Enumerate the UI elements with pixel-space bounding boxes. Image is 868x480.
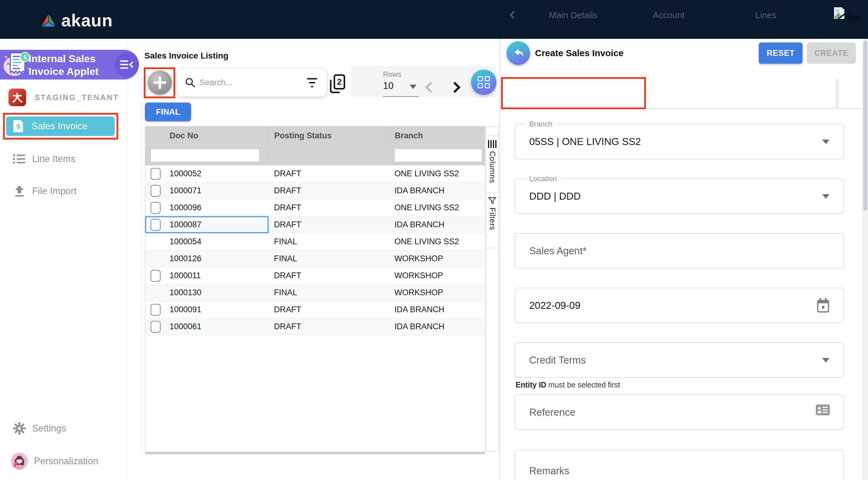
rows-per-page-select[interactable]: 10 [383, 81, 393, 91]
row-checkbox[interactable] [150, 185, 161, 197]
collapse-menu-icon [120, 60, 133, 69]
branch-filter-input[interactable] [394, 149, 482, 162]
search-input[interactable] [199, 78, 290, 87]
panel-scrollbar[interactable] [863, 39, 868, 480]
column-header-posting-status[interactable]: Posting Status [269, 126, 390, 145]
search-filter-icon[interactable] [307, 78, 317, 87]
tenant-selector[interactable]: STAGING_TENANT [0, 88, 127, 107]
sidebar-item-personalization[interactable]: Personalization [0, 451, 127, 471]
columns-side-tab[interactable]: Columns [486, 136, 498, 192]
invoice-date-value: 2022-09-09 [529, 288, 581, 323]
tenant-icon [8, 89, 26, 106]
grid-icon [478, 76, 490, 88]
cell-doc-no: 1000052 [145, 166, 269, 182]
applet-header: $ Internal Sales Invoice Applet [0, 50, 139, 80]
grid-view-button[interactable] [471, 69, 496, 95]
columns-icon [488, 140, 496, 148]
tenant-name: STAGING_TENANT [35, 93, 119, 102]
cell-doc-no: 1000071 [145, 182, 269, 199]
back-arrow-icon [512, 47, 524, 59]
table-row[interactable]: 1000091DRAFTIDA BRANCH [145, 301, 485, 318]
cell-doc-no: 1000126 [145, 250, 269, 267]
branch-select-field[interactable]: Branch 05SS | ONE LIVING SS2 [515, 124, 844, 159]
cell-branch: WORKSHOP [390, 284, 485, 301]
table-body: 1000052DRAFTONE LIVING SS21000071DRAFTID… [145, 166, 485, 335]
column-header-branch[interactable]: Branch [390, 126, 485, 145]
sidebar-collapse-button[interactable] [115, 53, 139, 77]
table-row[interactable]: 1000071DRAFTIDA BRANCH [145, 182, 485, 199]
panel-scrollbar-thumb[interactable] [863, 41, 867, 211]
remarks-field[interactable]: Remarks [515, 450, 844, 480]
app-root: akaun user $ [0, 0, 868, 480]
table-row[interactable]: 1000054FINALONE LIVING SS2 [145, 233, 485, 250]
row-checkbox[interactable] [150, 304, 161, 316]
table-row[interactable]: 1000052DRAFTONE LIVING SS2 [145, 166, 485, 182]
tab-account[interactable]: Account [634, 0, 704, 30]
rows-per-page-label: Rows [383, 70, 401, 79]
calendar-icon[interactable] [816, 297, 830, 315]
table-row[interactable]: 1000126FINALWORKSHOP [145, 250, 485, 267]
personalization-avatar [11, 453, 28, 470]
sidebar-item-line-items[interactable]: Line Items [0, 149, 127, 169]
back-button[interactable] [506, 41, 530, 65]
cell-posting-status: FINAL [269, 250, 390, 267]
cell-branch: IDA BRANCH [390, 182, 485, 199]
sidebar-item-file-import[interactable]: File Import [0, 181, 127, 201]
table-row[interactable]: 1000096DRAFTONE LIVING SS2 [145, 199, 485, 216]
row-checkbox[interactable] [150, 219, 161, 231]
row-checkbox[interactable] [150, 168, 161, 180]
rows-caret-icon[interactable] [410, 85, 416, 89]
filters-side-tab[interactable]: Filters [486, 192, 498, 248]
sidebar-item-label: Personalization [34, 456, 98, 467]
add-invoice-button[interactable] [148, 70, 172, 95]
listing-title: Sales Invoice Listing [144, 51, 228, 61]
cell-doc-no: 1000096 [145, 199, 269, 216]
table-row[interactable]: 1000011DRAFTWORKSHOP [145, 267, 485, 284]
chevron-down-icon[interactable] [822, 358, 830, 363]
previous-page-button[interactable] [425, 82, 436, 93]
invoice-date-field[interactable]: 2022-09-09 [515, 288, 844, 323]
cell-posting-status: DRAFT [269, 216, 390, 233]
sidebar-item-sales-invoice[interactable]: $ Sales Invoice [6, 117, 115, 136]
contact-card-icon[interactable] [815, 404, 830, 417]
create-button[interactable]: CREATE [807, 42, 856, 64]
credit-terms-field[interactable]: Credit Terms [515, 342, 844, 378]
location-select-field[interactable]: Location DDD | DDD [515, 178, 844, 214]
row-checkbox[interactable] [150, 202, 161, 214]
doc-no-text: 1000054 [145, 237, 202, 246]
search-box [177, 68, 326, 96]
chevron-down-icon[interactable] [822, 194, 830, 199]
column-header-doc-no[interactable]: Doc No [145, 126, 269, 145]
funnel-icon [488, 197, 496, 205]
brand-logo[interactable]: akaun [40, 10, 113, 30]
credit-terms-helper-text: Entity ID must be selected first [516, 381, 620, 389]
next-page-button[interactable] [450, 82, 461, 93]
doc-no-text: 1000130 [145, 288, 202, 297]
gear-icon [13, 422, 26, 435]
svg-text:$: $ [17, 123, 20, 130]
sales-agent-field[interactable]: Sales Agent* [515, 233, 844, 269]
table-row[interactable]: 1000130FINALWORKSHOP [145, 284, 485, 301]
branch-field-value: 05SS | ONE LIVING SS2 [529, 124, 641, 159]
tab-scroll-shadow [836, 79, 841, 108]
row-checkbox[interactable] [150, 270, 161, 282]
table-row[interactable]: 1000087DRAFTIDA BRANCH [145, 216, 485, 233]
table-row[interactable]: 1000061DRAFTIDA BRANCH [145, 318, 485, 335]
duplicate-view-button[interactable]: 2 [330, 74, 345, 93]
cell-posting-status: DRAFT [269, 318, 390, 335]
invoice-table: Doc No Posting Status Branch 1000052DRAF… [145, 126, 485, 452]
tab-lines[interactable]: Lines [734, 0, 798, 30]
sidebar-item-settings[interactable]: Settings [0, 419, 127, 438]
reference-field[interactable]: Reference [515, 394, 844, 430]
row-checkbox[interactable] [150, 321, 161, 333]
cell-posting-status: DRAFT [269, 166, 390, 182]
tab-main-details[interactable]: Main Details [528, 0, 619, 30]
table-horizontal-scrollbar[interactable] [145, 452, 485, 454]
cell-posting-status: DRAFT [269, 199, 390, 216]
reset-button[interactable]: RESET [759, 42, 803, 64]
chevron-down-icon[interactable] [822, 140, 830, 144]
doc-no-filter-input[interactable] [150, 149, 259, 162]
brand-name: akaun [61, 10, 113, 30]
final-filter-button[interactable]: FINAL [145, 102, 191, 121]
cell-branch: ONE LIVING SS2 [390, 233, 485, 250]
